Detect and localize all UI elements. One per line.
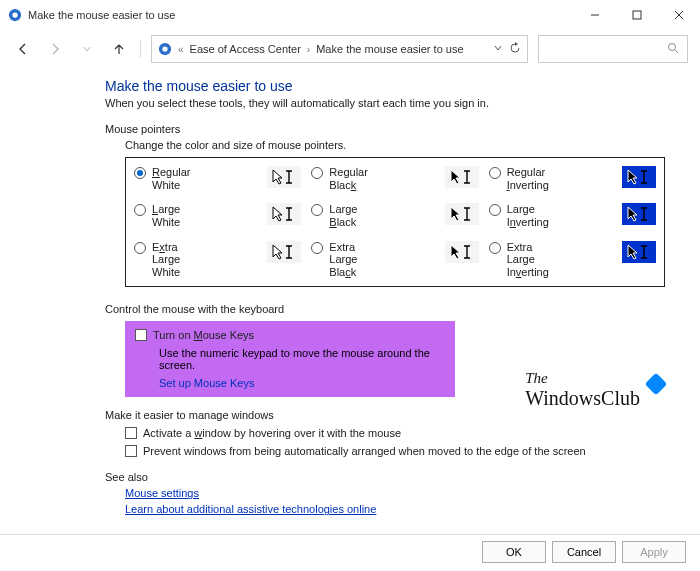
- forward-button[interactable]: [44, 38, 66, 60]
- pointer-label: Large White: [152, 203, 207, 228]
- pointer-radio[interactable]: [134, 167, 146, 179]
- pointer-radio[interactable]: [489, 204, 501, 216]
- mouse-keys-highlight: Turn on Mouse Keys Use the numeric keypa…: [125, 321, 455, 397]
- prevent-arrange-row[interactable]: Prevent windows from being automatically…: [125, 445, 675, 457]
- pointer-option[interactable]: Extra Large White: [134, 241, 301, 279]
- pointer-options-grid: Regular White Regular Black Regular Inve…: [125, 157, 665, 287]
- cursor-preview: [267, 241, 301, 263]
- svg-point-1: [12, 12, 17, 17]
- pointer-label: Regular Inverting: [507, 166, 562, 191]
- chevron-right-icon: ›: [307, 44, 310, 55]
- cursor-preview: [622, 241, 656, 263]
- setup-mouse-keys-link[interactable]: Set up Mouse Keys: [159, 377, 445, 389]
- cancel-button[interactable]: Cancel: [552, 541, 616, 563]
- recent-dropdown[interactable]: [76, 38, 98, 60]
- cursor-preview: [267, 203, 301, 225]
- cursor-preview: [445, 241, 479, 263]
- window-title: Make the mouse easier to use: [28, 9, 175, 21]
- cursor-preview: [445, 203, 479, 225]
- page-title: Make the mouse easier to use: [105, 78, 675, 94]
- ok-button[interactable]: OK: [482, 541, 546, 563]
- turn-on-mouse-keys-row[interactable]: Turn on Mouse Keys: [135, 329, 445, 341]
- pointer-radio[interactable]: [489, 242, 501, 254]
- back-button[interactable]: [12, 38, 34, 60]
- app-icon: [8, 8, 22, 22]
- titlebar: Make the mouse easier to use: [0, 0, 700, 30]
- pointer-label: Regular Black: [329, 166, 384, 191]
- mouse-pointers-caption: Change the color and size of mouse point…: [125, 139, 675, 151]
- search-input[interactable]: [538, 35, 688, 63]
- maximize-button[interactable]: [616, 0, 658, 30]
- manage-windows-label: Make it easier to manage windows: [105, 409, 675, 421]
- keyboard-section-label: Control the mouse with the keyboard: [105, 303, 675, 315]
- svg-point-8: [669, 44, 676, 51]
- pointer-radio[interactable]: [134, 242, 146, 254]
- content-area: Make the mouse easier to use When you se…: [0, 68, 700, 538]
- cursor-preview: [445, 166, 479, 188]
- mouse-keys-desc: Use the numeric keypad to move the mouse…: [159, 347, 445, 371]
- mouse-pointers-label: Mouse pointers: [105, 123, 675, 135]
- breadcrumb-icon: [158, 42, 172, 56]
- pointer-option[interactable]: Large White: [134, 203, 301, 228]
- pointer-label: Regular White: [152, 166, 207, 191]
- pointer-option[interactable]: Extra Large Inverting: [489, 241, 656, 279]
- hover-activate-row[interactable]: Activate a window by hovering over it wi…: [125, 427, 675, 439]
- pointer-label: Large Inverting: [507, 203, 562, 228]
- pointer-radio[interactable]: [311, 204, 323, 216]
- pointer-option[interactable]: Large Inverting: [489, 203, 656, 228]
- separator: [140, 40, 141, 58]
- svg-point-7: [162, 46, 167, 51]
- page-subtitle: When you select these tools, they will a…: [105, 97, 675, 109]
- apply-button[interactable]: Apply: [622, 541, 686, 563]
- prevent-arrange-checkbox[interactable]: [125, 445, 137, 457]
- svg-rect-3: [633, 11, 641, 19]
- svg-line-9: [675, 50, 678, 53]
- chevron-down-icon[interactable]: [493, 43, 503, 55]
- up-button[interactable]: [108, 38, 130, 60]
- minimize-button[interactable]: [574, 0, 616, 30]
- pointer-radio[interactable]: [134, 204, 146, 216]
- assistive-tech-link[interactable]: Learn about additional assistive technol…: [125, 503, 675, 515]
- pointer-radio[interactable]: [311, 242, 323, 254]
- pointer-radio[interactable]: [311, 167, 323, 179]
- mouse-settings-link[interactable]: Mouse settings: [125, 487, 675, 499]
- prevent-arrange-label: Prevent windows from being automatically…: [143, 445, 586, 457]
- hover-activate-checkbox[interactable]: [125, 427, 137, 439]
- pointer-option[interactable]: Regular Inverting: [489, 166, 656, 191]
- hover-activate-label: Activate a window by hovering over it wi…: [143, 427, 401, 439]
- pointer-radio[interactable]: [489, 167, 501, 179]
- bc-left-chevron: «: [178, 44, 184, 55]
- pointer-option[interactable]: Large Black: [311, 203, 478, 228]
- close-button[interactable]: [658, 0, 700, 30]
- bc-item-1[interactable]: Ease of Access Center: [190, 43, 301, 55]
- search-icon: [667, 42, 679, 56]
- pointer-option[interactable]: Regular Black: [311, 166, 478, 191]
- cursor-preview: [267, 166, 301, 188]
- pointer-option[interactable]: Regular White: [134, 166, 301, 191]
- bottom-separator: [0, 534, 700, 535]
- bc-item-2[interactable]: Make the mouse easier to use: [316, 43, 463, 55]
- pointer-label: Extra Large Inverting: [507, 241, 562, 279]
- toolbar: « Ease of Access Center › Make the mouse…: [0, 30, 700, 68]
- pointer-label: Extra Large Black: [329, 241, 384, 279]
- mouse-keys-checkbox[interactable]: [135, 329, 147, 341]
- button-bar: OK Cancel Apply: [482, 541, 686, 563]
- refresh-icon[interactable]: [509, 42, 521, 56]
- pointer-label: Large Black: [329, 203, 384, 228]
- cursor-preview: [622, 203, 656, 225]
- pointer-label: Extra Large White: [152, 241, 207, 279]
- mouse-keys-label: Turn on Mouse Keys: [153, 329, 254, 341]
- cursor-preview: [622, 166, 656, 188]
- pointer-option[interactable]: Extra Large Black: [311, 241, 478, 279]
- breadcrumb[interactable]: « Ease of Access Center › Make the mouse…: [151, 35, 528, 63]
- see-also-label: See also: [105, 471, 675, 483]
